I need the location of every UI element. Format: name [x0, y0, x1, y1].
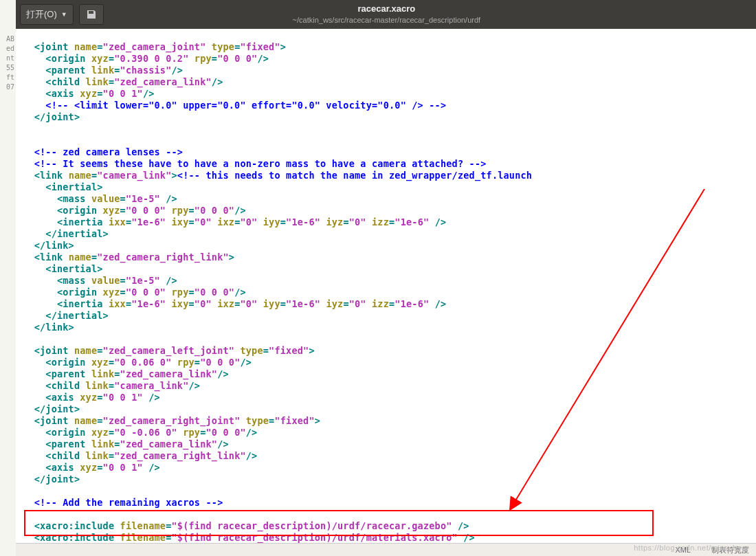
background-editor-strip: ABednt55ft07 — [0, 0, 16, 556]
chevron-down-icon: ▼ — [61, 11, 67, 18]
open-button-label: 打开(O) — [26, 8, 57, 21]
title-center: racecar.xacro ~/catkin_ws/src/racecar-ma… — [104, 3, 669, 25]
title-filename: racecar.xacro — [104, 3, 669, 15]
editor-window: 打开(O) ▼ racecar.xacro ~/catkin_ws/src/ra… — [16, 0, 756, 556]
save-icon — [87, 10, 96, 19]
open-button[interactable]: 打开(O) ▼ — [20, 4, 74, 25]
title-path: ~/catkin_ws/src/racecar-master/racecar_d… — [104, 15, 669, 25]
save-button[interactable] — [79, 4, 104, 25]
titlebar: 打开(O) ▼ racecar.xacro ~/catkin_ws/src/ra… — [16, 0, 756, 29]
code-editor[interactable]: <joint name="zed_camera_joint" type="fix… — [16, 29, 756, 556]
watermark: https://blog.csdn.net/miss_bear — [634, 544, 749, 552]
